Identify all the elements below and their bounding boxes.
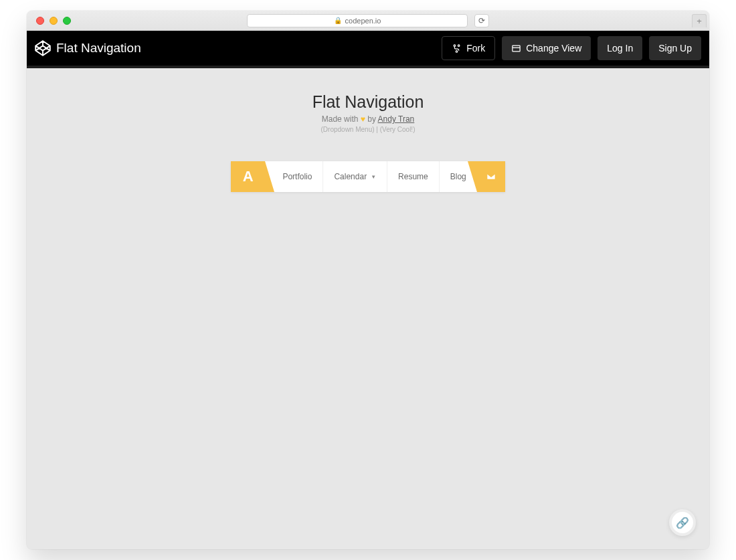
nav-item-calendar[interactable]: Calendar ▼ (323, 161, 387, 192)
change-view-button[interactable]: Change View (502, 36, 591, 60)
url-text: codepen.io (345, 17, 381, 25)
titlebar: 🔒 codepen.io ⟳ + (27, 11, 709, 31)
change-view-label: Change View (526, 43, 581, 54)
fork-button[interactable]: Fork (442, 36, 495, 60)
fork-icon (452, 43, 462, 54)
change-view-icon (511, 43, 521, 54)
lock-icon: 🔒 (334, 17, 342, 24)
signup-label: Sign Up (658, 43, 692, 54)
svg-rect-0 (513, 45, 520, 52)
author-link[interactable]: Andy Tran (378, 114, 415, 124)
link-icon: 🔗 (676, 517, 689, 529)
close-window-button[interactable] (36, 17, 44, 25)
brand-letter: A (243, 168, 254, 185)
nav-brand[interactable]: A (231, 161, 265, 192)
window-controls (27, 17, 71, 25)
hero-subtitle: Made with ♥ by Andy Tran (27, 114, 709, 124)
hero-title: Flat Navigation (27, 92, 709, 112)
made-with-suffix: by (365, 114, 378, 124)
heart-icon: ♥ (361, 114, 365, 124)
nav-mail-button[interactable] (477, 161, 505, 192)
codepen-logo-icon (35, 40, 51, 56)
chevron-down-icon: ▼ (371, 174, 376, 180)
pen-content: Flat Navigation Made with ♥ by Andy Tran… (27, 68, 709, 549)
pen-title: Flat Navigation (56, 41, 141, 56)
share-link-button[interactable]: 🔗 (669, 509, 696, 536)
fork-label: Fork (466, 43, 485, 54)
hero-meta: (Dropdown Menu) | (Very Cool!) (27, 126, 709, 133)
codepen-header: Flat Navigation Fork Change View Log In … (27, 31, 709, 66)
made-with-prefix: Made with (322, 114, 361, 124)
url-bar[interactable]: 🔒 codepen.io (247, 14, 468, 27)
maximize-window-button[interactable] (63, 17, 71, 25)
login-label: Log In (607, 43, 633, 54)
flat-nav: A Portfolio Calendar ▼ Resume Blog (231, 161, 505, 192)
signup-button[interactable]: Sign Up (649, 36, 701, 60)
login-button[interactable]: Log In (597, 36, 642, 60)
nav-item-label: Resume (398, 172, 428, 181)
browser-window: 🔒 codepen.io ⟳ + Flat Navigation Fork Ch… (27, 11, 709, 549)
new-tab-button[interactable]: + (692, 14, 707, 27)
nav-item-label: Calendar (334, 172, 367, 181)
minimize-window-button[interactable] (50, 17, 58, 25)
codepen-logo[interactable]: Flat Navigation (35, 40, 141, 56)
mail-icon (486, 171, 496, 182)
reload-button[interactable]: ⟳ (474, 14, 489, 27)
hero-block: Flat Navigation Made with ♥ by Andy Tran… (27, 92, 709, 133)
nav-item-resume[interactable]: Resume (387, 161, 440, 192)
nav-item-label: Portfolio (282, 172, 312, 181)
nav-item-label: Blog (450, 172, 466, 181)
